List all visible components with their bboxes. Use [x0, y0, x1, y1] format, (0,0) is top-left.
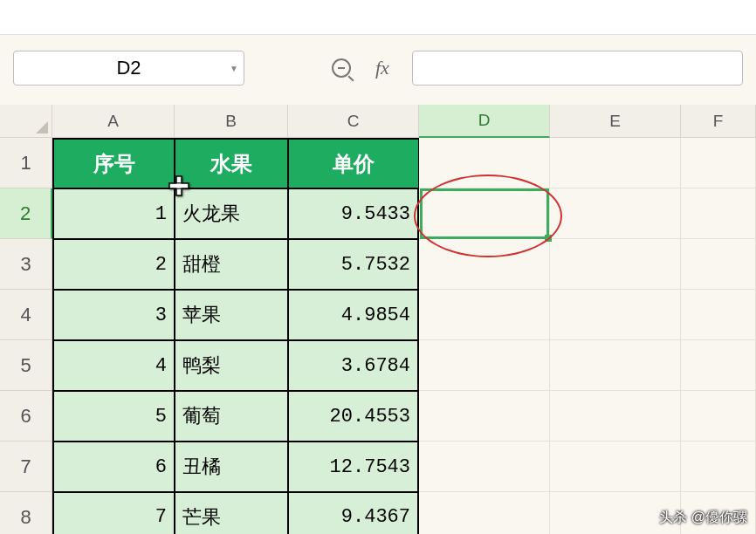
cell-F6[interactable]	[681, 391, 756, 442]
cell-A8[interactable]: 7	[52, 492, 175, 534]
col-header-E[interactable]: E	[550, 105, 681, 138]
zoom-out-icon[interactable]	[332, 58, 351, 78]
cell-E1[interactable]	[550, 138, 681, 188]
row-header-3[interactable]: 3	[0, 239, 52, 290]
cell-C7[interactable]: 12.7543	[288, 442, 419, 492]
watermark: 头杀 @優你骡	[659, 509, 747, 527]
col-header-A[interactable]: A	[52, 105, 175, 138]
cell-D8[interactable]	[419, 492, 550, 534]
col-header-C[interactable]: C	[288, 105, 419, 138]
cell-D6[interactable]	[419, 391, 550, 442]
cell-B7[interactable]: 丑橘	[175, 442, 288, 492]
cell-D3[interactable]	[419, 239, 550, 290]
cell-A3[interactable]: 2	[52, 239, 175, 290]
cell-E3[interactable]	[550, 239, 681, 290]
fx-icon[interactable]: fx	[375, 57, 389, 79]
table-header-seq[interactable]: 序号	[52, 138, 175, 188]
row-header-7[interactable]: 7	[0, 442, 52, 492]
select-all-corner[interactable]	[0, 105, 52, 138]
cell-E7[interactable]	[550, 442, 681, 492]
row-header-1[interactable]: 1	[0, 138, 52, 188]
cell-F2[interactable]	[681, 188, 756, 239]
ribbon-placeholder	[0, 0, 756, 35]
cell-B8[interactable]: 芒果	[175, 492, 288, 534]
cell-B3[interactable]: 甜橙	[175, 239, 288, 290]
spreadsheet-grid[interactable]: A B C D E F 1 序号 水果 单价 2 1 火龙果 9.5433 3 …	[0, 105, 756, 534]
cell-A7[interactable]: 6	[52, 442, 175, 492]
cell-C8[interactable]: 9.4367	[288, 492, 419, 534]
cell-A6[interactable]: 5	[52, 391, 175, 442]
cell-F1[interactable]	[681, 138, 756, 188]
cell-E2[interactable]	[550, 188, 681, 239]
cell-A5[interactable]: 4	[52, 340, 175, 391]
row-header-6[interactable]: 6	[0, 391, 52, 442]
row-header-2[interactable]: 2	[0, 188, 52, 239]
cell-C6[interactable]: 20.4553	[288, 391, 419, 442]
cell-E5[interactable]	[550, 340, 681, 391]
name-box-value: D2	[116, 57, 141, 79]
cell-D7[interactable]	[419, 442, 550, 492]
cell-E6[interactable]	[550, 391, 681, 442]
cell-F5[interactable]	[681, 340, 756, 391]
row-header-5[interactable]: 5	[0, 340, 52, 391]
cell-D5[interactable]	[419, 340, 550, 391]
cell-B4[interactable]: 苹果	[175, 290, 288, 340]
table-header-fruit[interactable]: 水果	[175, 138, 288, 188]
col-header-B[interactable]: B	[175, 105, 288, 138]
formula-input[interactable]	[412, 51, 743, 86]
cell-B5[interactable]: 鸭梨	[175, 340, 288, 391]
cell-A2[interactable]: 1	[52, 188, 175, 239]
cell-C2[interactable]: 9.5433	[288, 188, 419, 239]
cell-F4[interactable]	[681, 290, 756, 340]
cell-A4[interactable]: 3	[52, 290, 175, 340]
row-header-4[interactable]: 4	[0, 290, 52, 340]
cell-C5[interactable]: 3.6784	[288, 340, 419, 391]
cell-B2[interactable]: 火龙果	[175, 188, 288, 239]
cell-C4[interactable]: 4.9854	[288, 290, 419, 340]
cell-E4[interactable]	[550, 290, 681, 340]
cell-B6[interactable]: 葡萄	[175, 391, 288, 442]
cell-D4[interactable]	[419, 290, 550, 340]
cell-C3[interactable]: 5.7532	[288, 239, 419, 290]
fill-handle[interactable]	[545, 235, 552, 242]
col-header-D[interactable]: D	[419, 105, 550, 138]
col-header-F[interactable]: F	[681, 105, 756, 138]
cell-F3[interactable]	[681, 239, 756, 290]
formula-bar: D2 ▼ fx	[0, 35, 756, 105]
chevron-down-icon[interactable]: ▼	[230, 64, 238, 73]
row-header-8[interactable]: 8	[0, 492, 52, 534]
cell-F7[interactable]	[681, 442, 756, 492]
cell-D1[interactable]	[419, 138, 550, 188]
cell-D2[interactable]	[419, 188, 550, 239]
name-box[interactable]: D2 ▼	[13, 51, 244, 86]
table-header-price[interactable]: 单价	[288, 138, 419, 188]
